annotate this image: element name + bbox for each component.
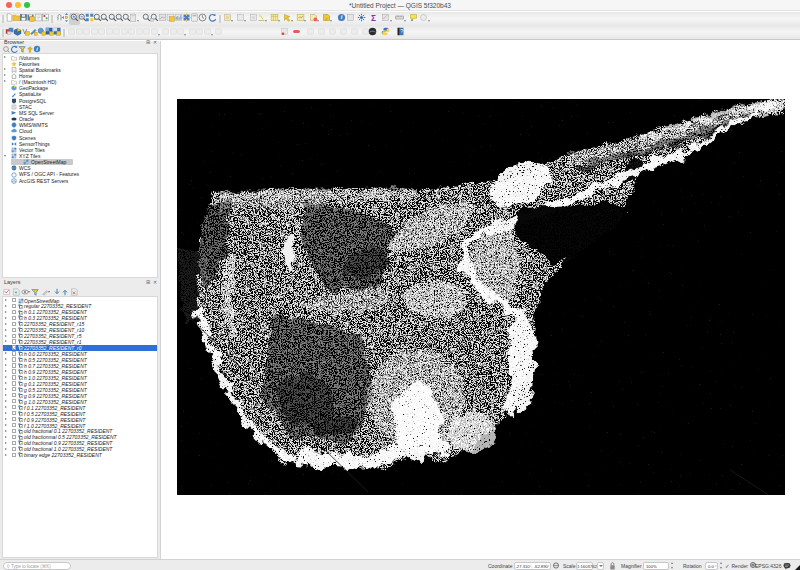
svg-text:?: ? <box>400 28 403 34</box>
svg-text:Σ: Σ <box>371 14 376 23</box>
